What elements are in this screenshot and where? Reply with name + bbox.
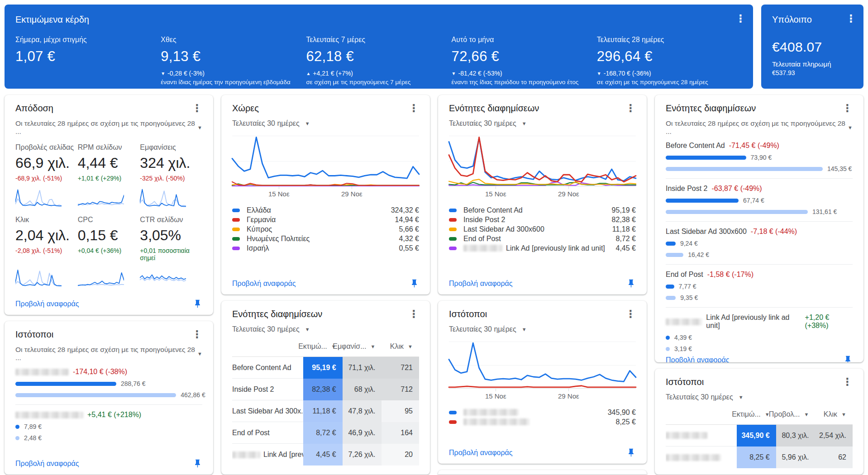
period-selector[interactable]: Τελευταίες 30 ημέρες ▼: [232, 119, 419, 128]
ad-unit-compare-row: Last Sidebar Ad 300x600-7,18 € (-44%) 9,…: [666, 228, 853, 258]
pin-icon[interactable]: [843, 355, 853, 362]
table-row: Link Ad [previ... 4,45 € 7,26 χιλ. 20: [232, 444, 419, 466]
view-report-link[interactable]: Προβολή αναφοράς: [232, 280, 296, 288]
ad-units-line-chart: [449, 136, 636, 186]
view-report-link[interactable]: Προβολή αναφοράς: [15, 300, 79, 308]
ad-unit-compare-row: Link Ad [previously link ad unit]+1,20 €…: [666, 314, 853, 352]
column-1: Απόδοση ⋮ Οι τελευταίες 28 ημέρες σε σχέ…: [5, 95, 213, 475]
sort-header-impressions[interactable]: Εμφανίσ...▼: [343, 342, 382, 351]
more-options-icon[interactable]: ⋮: [735, 14, 746, 24]
previous-bar: [15, 436, 19, 440]
sort-header-clicks[interactable]: Κλικ▼: [815, 410, 853, 418]
ad-units-compare-card: Ενότητες διαφημίσεων ⋮ Οι τελευταίες 28 …: [655, 95, 863, 362]
table-header: Εκτιμώ...▼ Εμφανίσ...▼ Κλικ▼: [232, 336, 419, 357]
more-options-icon[interactable]: ⋮: [192, 103, 202, 114]
sparkline-rpm: [78, 187, 124, 208]
adsense-dashboard: ⋮ Εκτιμώμενα κέρδη Σήμερα, μέχρι στιγμής…: [0, 5, 868, 473]
redacted-site-name: [666, 318, 702, 325]
current-bar: [666, 336, 670, 340]
more-options-icon[interactable]: ⋮: [409, 309, 419, 319]
pin-icon[interactable]: [193, 459, 202, 468]
series-color-dot: [449, 237, 457, 241]
sparkline-clicks: [15, 267, 62, 288]
x-axis-labels: 15 Νοε 29 Νοε: [449, 190, 636, 201]
sort-header-views[interactable]: Προβολ...▼: [776, 410, 816, 418]
cards-grid: Απόδοση ⋮ Οι τελευταίες 28 ημέρες σε σχέ…: [5, 95, 863, 473]
card-title: Ενότητες διαφημίσεων: [666, 103, 756, 114]
legend-item: Link Ad [previously link ad unit]4,45 €: [449, 243, 636, 253]
divider: [666, 178, 853, 179]
sparkline-pageviews: [15, 187, 62, 208]
view-report-link[interactable]: Προβολή αναφοράς: [449, 449, 513, 457]
sparkline-impressions: [140, 187, 186, 208]
pin-icon[interactable]: [626, 279, 636, 288]
redacted-site-name: [666, 432, 707, 439]
x-axis-labels: 15 Νοε 29 Νοε: [232, 190, 419, 201]
sort-header-clicks[interactable]: Κλικ▼: [382, 342, 419, 351]
column-4: Ενότητες διαφημίσεων ⋮ Οι τελευταίες 28 …: [655, 95, 863, 475]
current-bar: [666, 242, 676, 246]
earnings-period-yesterday: Χθες 9,13 € ▼-0,28 € (-3%) έναντι ίδιας …: [161, 36, 306, 86]
metric-impressions: Εμφανίσεις 324 χιλ. -325 χιλ. (-50%): [140, 143, 202, 182]
chevron-down-icon: ▼: [305, 121, 310, 126]
pin-icon[interactable]: [626, 448, 636, 457]
previous-bar: [666, 347, 670, 351]
more-options-icon[interactable]: ⋮: [842, 377, 853, 387]
more-options-icon[interactable]: ⋮: [409, 103, 419, 114]
series-color-dot: [449, 218, 457, 222]
view-report-link[interactable]: Προβολή αναφοράς: [15, 460, 79, 468]
series-color-dot: [232, 237, 240, 241]
series-color-dot: [449, 228, 457, 231]
chevron-down-icon: ▼: [197, 351, 202, 356]
series-color-dot: [449, 247, 457, 250]
card-title: Χώρες: [232, 103, 259, 114]
sites-line-chart: [449, 342, 636, 389]
more-options-icon[interactable]: ⋮: [625, 309, 636, 319]
current-bar: [15, 425, 19, 429]
earnings-period-7days: Τελευταίες 7 μέρες 62,18 € ▲+4,21 € (+7%…: [306, 36, 451, 86]
period-selector[interactable]: Τελευταίες 30 ημέρες ▼: [449, 119, 636, 128]
more-options-icon[interactable]: ⋮: [846, 14, 856, 24]
ad-units-table-card: Ενότητες διαφημίσεων ⋮ Τελευταίες 30 ημέ…: [221, 301, 430, 475]
legend-item: Ελλάδα324,32 €: [232, 205, 419, 215]
chevron-down-icon: ▼: [739, 394, 744, 400]
chevron-down-icon: ▼: [522, 327, 527, 332]
earnings-columns: Σήμερα, μέχρι στιγμής 1,07 € Χθες 9,13 €…: [15, 36, 742, 86]
table-header: Εκτιμώ...▼ Προβολ...▼ Κλικ▼: [666, 404, 853, 425]
sites-compare-card: Ιστότοποι ⋮ Οι τελευταίες 28 ημέρες σε σ…: [5, 321, 213, 475]
period-selector[interactable]: Οι τελευταίες 28 ημέρες σε σχέση με τις …: [666, 119, 853, 136]
legend-item: Κύπρος5,66 €: [232, 224, 419, 234]
earnings-period-month: Αυτό το μήνα 72,66 € ▼-81,42 € (-53%) έν…: [452, 36, 597, 86]
more-options-icon[interactable]: ⋮: [192, 329, 202, 340]
trend-down-icon: ▼: [597, 71, 601, 76]
view-report-link[interactable]: Προβολή αναφοράς: [449, 280, 513, 288]
more-options-icon[interactable]: ⋮: [842, 103, 853, 114]
ad-unit-compare-row: End of Post-1,58 € (-17%) 7,77 € 9,35 €: [666, 271, 853, 301]
legend-item: 345,90 €: [449, 408, 636, 417]
ad-units-chart-card: Ενότητες διαφημίσεων ⋮ Τελευταίες 30 ημέ…: [438, 95, 647, 294]
period-selector[interactable]: Τελευταίες 30 ημέρες ▼: [666, 393, 853, 401]
divider: [666, 264, 853, 265]
pin-icon[interactable]: [410, 279, 419, 288]
period-selector[interactable]: Οι τελευταίες 28 ημέρες σε σχέση με τις …: [15, 346, 202, 362]
site-compare-row: +5,41 € (+218%) 7,89 € 2,48 €: [15, 411, 202, 442]
period-selector[interactable]: Οι τελευταίες 28 ημέρες σε σχέση με τις …: [15, 119, 202, 136]
countries-card: Χώρες ⋮ Τελευταίες 30 ημέρες ▼ 15 Νοε 29…: [221, 95, 430, 294]
legend-item: Last Sidebar Ad 300x60011,18 €: [449, 224, 636, 234]
view-report-link[interactable]: Προβολή αναφοράς: [666, 356, 730, 363]
more-options-icon[interactable]: ⋮: [625, 103, 636, 114]
pin-icon[interactable]: [193, 299, 202, 309]
table-row: Last Sidebar Ad 300x... 11,18 € 47,8 χιλ…: [232, 400, 419, 422]
series-color-dot: [232, 247, 240, 250]
previous-bar: [666, 210, 808, 214]
period-selector[interactable]: Τελευταίες 30 ημέρες ▼: [449, 325, 636, 333]
sparkline-cpc: [78, 267, 124, 288]
redacted-site-name: [666, 454, 721, 461]
partial-card-edge: [438, 470, 647, 475]
period-selector[interactable]: Τελευταίες 30 ημέρες ▼: [232, 325, 419, 333]
earnings-title: Εκτιμώμενα κέρδη: [15, 14, 742, 25]
trend-down-icon: ▼: [452, 71, 456, 76]
legend-item: 8,25 €: [449, 417, 636, 427]
series-color-dot: [449, 209, 457, 212]
current-bar: [666, 285, 674, 289]
